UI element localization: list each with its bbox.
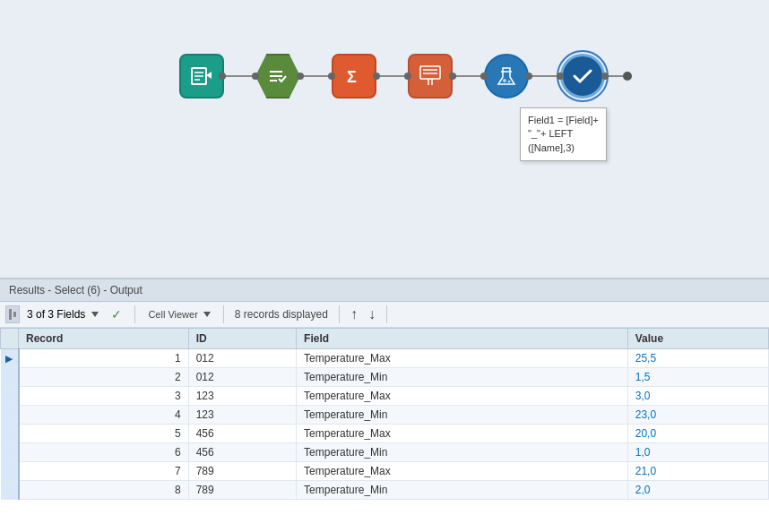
cell-id: 123 (188, 406, 296, 425)
svg-rect-9 (420, 66, 440, 79)
toolbar-separator-3 (339, 305, 340, 323)
node-lab-wrapper (484, 54, 529, 99)
results-header-text: Results - Select (6) - Output (9, 284, 143, 296)
node-summarize-wrapper: Σ (332, 54, 376, 99)
node-filter[interactable] (408, 54, 453, 99)
cell-field: Temperature_Min (297, 481, 628, 500)
row-indicator (1, 481, 19, 500)
fields-dropdown-arrow (91, 312, 99, 317)
cell-viewer-button[interactable]: Cell Viewer (143, 307, 215, 322)
scroll-down-button[interactable]: ↓ (365, 306, 379, 322)
cell-value: 1,0 (627, 443, 768, 462)
row-indicator: ▶ (1, 349, 19, 368)
node-input[interactable] (179, 54, 224, 99)
table-body: ▶1012Temperature_Max25,52012Temperature_… (1, 349, 769, 500)
svg-point-16 (508, 81, 511, 83)
toolbar-left-panel-toggle[interactable] (5, 305, 20, 323)
cell-value: 2,0 (627, 481, 768, 500)
cell-record: 5 (19, 425, 189, 443)
col-header-record[interactable]: Record (19, 329, 189, 349)
data-table-container: Record ID Field Value ▶1012Temperature_M… (0, 328, 769, 532)
row-indicator (1, 462, 19, 481)
cell-id: 456 (188, 425, 296, 443)
fields-selector[interactable]: 3 of 3 Fields (23, 306, 102, 322)
col-header-field[interactable]: Field (297, 329, 628, 349)
table-header: Record ID Field Value (1, 329, 769, 349)
cell-record: 6 (19, 443, 189, 462)
cell-record: 3 (19, 387, 189, 406)
svg-rect-17 (9, 309, 12, 320)
cell-record: 1 (19, 349, 189, 368)
cell-id: 012 (188, 368, 296, 387)
formula-tooltip: Field1 = [Field]+ "_"+ LEFT ([Name],3) (520, 107, 607, 161)
cell-record: 8 (19, 481, 189, 500)
svg-text:Σ: Σ (347, 68, 357, 86)
row-indicator (1, 443, 19, 462)
cell-value: 23,0 (627, 406, 768, 425)
records-count-label: 8 records displayed (235, 308, 328, 321)
table-row[interactable]: 4123Temperature_Min23,0 (1, 406, 769, 425)
node-summarize[interactable]: Σ (332, 54, 376, 99)
down-arrow-icon: ↓ (368, 306, 376, 322)
cell-viewer-arrow (203, 312, 211, 317)
cell-value: 3,0 (627, 387, 768, 406)
confirm-fields-button[interactable]: ✓ (106, 305, 127, 323)
row-indicator (1, 406, 19, 425)
table-row[interactable]: 3123Temperature_Max3,0 (1, 387, 769, 406)
cell-field: Temperature_Max (297, 462, 628, 481)
toolbar-separator-4 (386, 305, 387, 323)
row-indicator (1, 368, 19, 387)
table-row[interactable]: 5456Temperature_Max20,0 (1, 425, 769, 443)
cell-id: 456 (188, 443, 296, 462)
canvas-area: Σ (0, 0, 769, 278)
workflow-container: Σ (179, 54, 632, 99)
node-select-wrapper (255, 54, 300, 99)
node-filter-wrapper (408, 54, 453, 99)
table-row[interactable]: ▶1012Temperature_Max25,5 (1, 349, 769, 368)
cell-field: Temperature_Min (297, 406, 628, 425)
svg-rect-18 (13, 312, 16, 317)
cell-value: 20,0 (627, 425, 768, 443)
col-header-indicator (1, 329, 19, 349)
results-header: Results - Select (6) - Output (0, 279, 769, 302)
table-row[interactable]: 7789Temperature_Max21,0 (1, 462, 769, 481)
up-arrow-icon: ↑ (350, 306, 358, 322)
tooltip-text: Field1 = [Field]+ "_"+ LEFT ([Name],3) (528, 115, 599, 153)
row-indicator (1, 387, 19, 406)
toolbar-separator-2 (223, 305, 224, 323)
data-table: Record ID Field Value ▶1012Temperature_M… (0, 328, 769, 500)
table-row[interactable]: 6456Temperature_Min1,0 (1, 443, 769, 462)
scroll-up-button[interactable]: ↑ (347, 306, 361, 322)
node-lab[interactable] (484, 54, 529, 99)
toolbar-separator-1 (134, 305, 135, 323)
col-header-value[interactable]: Value (627, 329, 768, 349)
cell-value: 21,0 (627, 462, 768, 481)
cell-field: Temperature_Max (297, 387, 628, 406)
cell-id: 123 (188, 387, 296, 406)
cell-value: 1,5 (627, 368, 768, 387)
svg-point-15 (503, 79, 506, 82)
results-panel: Results - Select (6) - Output 3 of 3 Fie… (0, 278, 769, 532)
node-select[interactable] (255, 54, 300, 99)
cell-id: 789 (188, 481, 296, 500)
cell-field: Temperature_Max (297, 349, 628, 368)
node-formula[interactable] (560, 54, 605, 99)
table-row[interactable]: 2012Temperature_Min1,5 (1, 368, 769, 387)
fields-count-label: 3 of 3 Fields (27, 308, 85, 321)
node-formula-wrapper (560, 54, 605, 99)
cell-id: 012 (188, 349, 296, 368)
table-row[interactable]: 8789Temperature_Min2,0 (1, 481, 769, 500)
cell-value: 25,5 (627, 349, 768, 368)
checkmark-icon: ✓ (111, 307, 122, 322)
cell-record: 4 (19, 406, 189, 425)
row-indicator (1, 425, 19, 443)
results-toolbar: 3 of 3 Fields ✓ Cell Viewer 8 records di… (0, 302, 769, 328)
cell-field: Temperature_Min (297, 368, 628, 387)
cell-id: 789 (188, 462, 296, 481)
cell-viewer-label: Cell Viewer (148, 309, 197, 320)
cell-record: 2 (19, 368, 189, 387)
cell-field: Temperature_Min (297, 443, 628, 462)
cell-field: Temperature_Max (297, 425, 628, 443)
col-header-id[interactable]: ID (188, 329, 296, 349)
cell-record: 7 (19, 462, 189, 481)
